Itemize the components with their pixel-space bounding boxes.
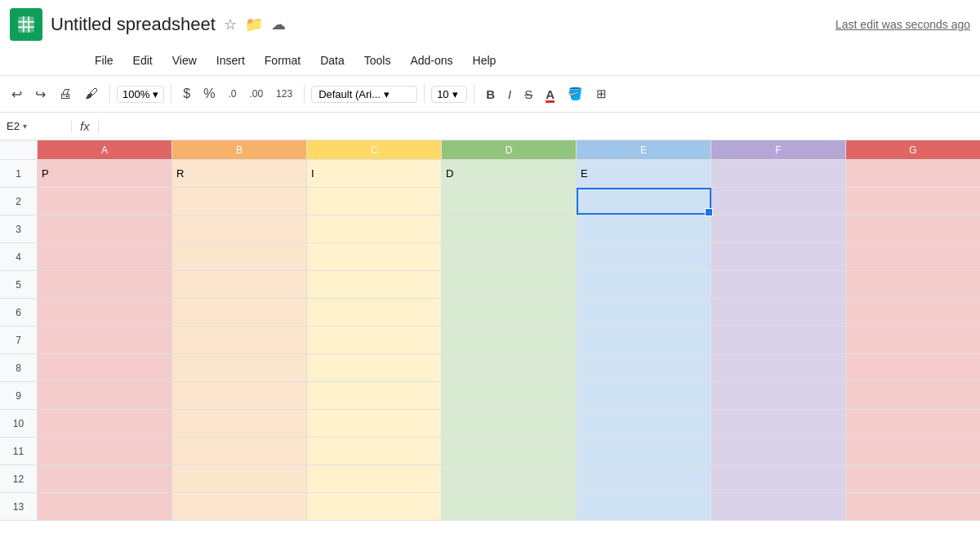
- cell-g11[interactable]: [846, 438, 980, 464]
- cell-f13[interactable]: [711, 493, 846, 520]
- cell-f3[interactable]: [711, 216, 846, 242]
- cell-c5[interactable]: [307, 271, 442, 298]
- cell-d13[interactable]: [442, 493, 577, 520]
- cell-ref-dropdown[interactable]: ▾: [23, 122, 27, 131]
- font-size-selector[interactable]: 10 ▾: [431, 86, 467, 103]
- cell-d3[interactable]: [442, 216, 577, 242]
- col-header-a[interactable]: A: [38, 140, 172, 159]
- cell-e6[interactable]: [577, 299, 711, 326]
- cell-f10[interactable]: [711, 410, 846, 437]
- col-header-c[interactable]: C: [307, 140, 442, 159]
- cell-c11[interactable]: [307, 438, 442, 464]
- cell-g5[interactable]: [846, 271, 980, 298]
- cell-f8[interactable]: [711, 354, 846, 381]
- cell-c10[interactable]: [307, 410, 442, 437]
- italic-button[interactable]: I: [503, 84, 516, 104]
- cell-d6[interactable]: [442, 299, 577, 326]
- cell-d8[interactable]: [442, 354, 577, 381]
- borders-button[interactable]: ⊞: [591, 83, 612, 104]
- cell-f6[interactable]: [711, 299, 846, 326]
- col-header-d[interactable]: D: [442, 140, 577, 159]
- menu-format[interactable]: Format: [256, 51, 309, 70]
- cell-b8[interactable]: [172, 354, 307, 381]
- cell-e2[interactable]: [577, 188, 711, 215]
- cell-d7[interactable]: [442, 327, 577, 353]
- bold-button[interactable]: B: [481, 84, 500, 104]
- formula-input[interactable]: [99, 120, 973, 133]
- cell-a2[interactable]: [38, 188, 172, 215]
- menu-view[interactable]: View: [164, 51, 205, 70]
- percent-button[interactable]: %: [198, 83, 220, 104]
- cell-d9[interactable]: [442, 382, 577, 409]
- cell-a7[interactable]: [38, 327, 172, 353]
- cell-b9[interactable]: [172, 382, 307, 409]
- cell-g2[interactable]: [846, 188, 980, 215]
- cell-reference[interactable]: E2 ▾: [7, 120, 72, 132]
- col-header-f[interactable]: F: [711, 140, 846, 159]
- cell-d1[interactable]: D: [442, 160, 577, 187]
- zoom-selector[interactable]: 100% ▾: [117, 86, 164, 103]
- cell-g8[interactable]: [846, 354, 980, 381]
- cell-c6[interactable]: [307, 299, 442, 326]
- cell-e10[interactable]: [577, 410, 711, 437]
- cell-b12[interactable]: [172, 465, 307, 492]
- cell-b10[interactable]: [172, 410, 307, 437]
- undo-button[interactable]: ↩: [7, 83, 27, 105]
- cell-g12[interactable]: [846, 465, 980, 492]
- cell-b5[interactable]: [172, 271, 307, 298]
- cell-e13[interactable]: [577, 493, 711, 520]
- decimal-less-button[interactable]: .0: [223, 85, 241, 103]
- cell-b13[interactable]: [172, 493, 307, 520]
- paint-format-button[interactable]: 🖌: [80, 83, 103, 104]
- fill-color-button[interactable]: 🪣: [563, 83, 588, 104]
- cell-b3[interactable]: [172, 216, 307, 242]
- cell-f9[interactable]: [711, 382, 846, 409]
- cell-d12[interactable]: [442, 465, 577, 492]
- cell-a9[interactable]: [38, 382, 172, 409]
- cell-g10[interactable]: [846, 410, 980, 437]
- cell-f2[interactable]: [711, 188, 846, 215]
- cell-a10[interactable]: [38, 410, 172, 437]
- menu-file[interactable]: File: [87, 51, 122, 70]
- cell-d10[interactable]: [442, 410, 577, 437]
- spreadsheet-title[interactable]: Untitled spreadsheet: [51, 14, 216, 35]
- cell-e7[interactable]: [577, 327, 711, 353]
- redo-button[interactable]: ↪: [30, 83, 51, 105]
- cell-f11[interactable]: [711, 438, 846, 464]
- cell-g7[interactable]: [846, 327, 980, 353]
- cell-f5[interactable]: [711, 271, 846, 298]
- cell-b7[interactable]: [172, 327, 307, 353]
- col-header-b[interactable]: B: [172, 140, 307, 159]
- cell-e1[interactable]: E: [577, 160, 711, 187]
- format-number-button[interactable]: 123: [271, 85, 297, 103]
- menu-help[interactable]: Help: [465, 51, 505, 70]
- cell-a11[interactable]: [38, 438, 172, 464]
- cell-g3[interactable]: [846, 216, 980, 242]
- cell-a12[interactable]: [38, 465, 172, 492]
- cell-e11[interactable]: [577, 438, 711, 464]
- star-icon[interactable]: ☆: [224, 16, 237, 33]
- cell-a8[interactable]: [38, 354, 172, 381]
- cell-g9[interactable]: [846, 382, 980, 409]
- cell-c4[interactable]: [307, 243, 442, 270]
- cell-e9[interactable]: [577, 382, 711, 409]
- folder-icon[interactable]: 📁: [245, 16, 263, 33]
- cell-d11[interactable]: [442, 438, 577, 464]
- col-header-g[interactable]: G: [846, 140, 980, 159]
- menu-insert[interactable]: Insert: [208, 51, 253, 70]
- cell-a4[interactable]: [38, 243, 172, 270]
- cell-g1[interactable]: [846, 160, 980, 187]
- cell-g13[interactable]: [846, 493, 980, 520]
- cell-a13[interactable]: [38, 493, 172, 520]
- menu-addons[interactable]: Add-ons: [402, 51, 461, 70]
- cell-d5[interactable]: [442, 271, 577, 298]
- cell-c7[interactable]: [307, 327, 442, 353]
- cell-e8[interactable]: [577, 354, 711, 381]
- cell-c9[interactable]: [307, 382, 442, 409]
- col-header-e[interactable]: E: [577, 140, 711, 159]
- cell-c8[interactable]: [307, 354, 442, 381]
- cell-b1[interactable]: R: [172, 160, 307, 187]
- cell-e4[interactable]: [577, 243, 711, 270]
- cell-d4[interactable]: [442, 243, 577, 270]
- cell-b2[interactable]: [172, 188, 307, 215]
